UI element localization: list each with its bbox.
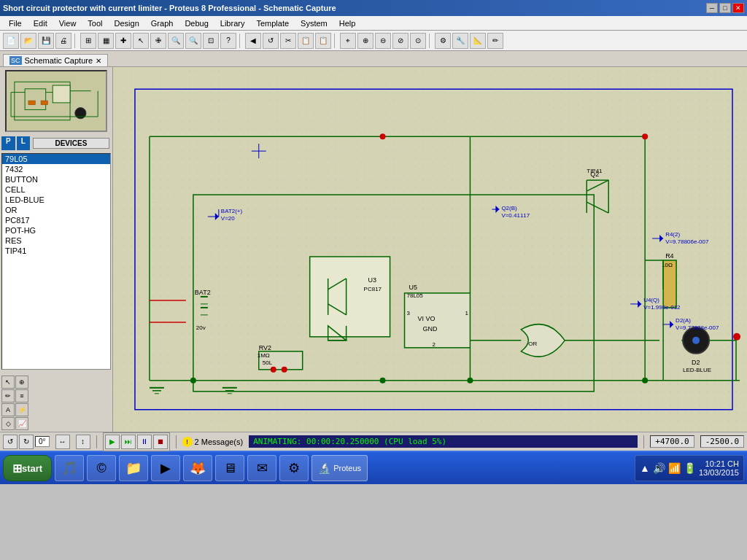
device-pc817[interactable]: PC817: [2, 215, 110, 225]
svg-point-84: [380, 133, 386, 139]
coord-y: -2500.0: [700, 435, 744, 448]
menu-design[interactable]: Design: [109, 18, 145, 29]
tool-graph[interactable]: 📈: [15, 417, 28, 430]
menu-system[interactable]: System: [295, 18, 333, 29]
animation-status: ANIMATING: 00:00:20.250000 (CPU load 5%): [249, 435, 638, 448]
tab-close-button[interactable]: ✕: [96, 57, 101, 65]
menu-debug[interactable]: Debug: [179, 18, 214, 29]
tb-zoom-in[interactable]: 🔍: [168, 33, 184, 49]
tb-open[interactable]: 📂: [20, 33, 36, 49]
device-or[interactable]: OR: [2, 205, 110, 215]
menu-file[interactable]: File: [3, 18, 28, 29]
tb-btn6[interactable]: ▦: [98, 33, 114, 49]
windows-logo-icon: ⊞: [12, 462, 22, 475]
tb-btn13[interactable]: ?: [220, 33, 236, 49]
taskbar-app-4[interactable]: ▶: [151, 455, 180, 481]
tb-save[interactable]: 💾: [38, 33, 54, 49]
tb-zoom-fit[interactable]: ⊡: [203, 33, 219, 49]
tb-btn17[interactable]: 📋: [298, 33, 314, 49]
tb-zoom-out[interactable]: 🔍: [185, 33, 201, 49]
network-icon: 📶: [668, 462, 681, 474]
menu-help[interactable]: Help: [333, 18, 362, 29]
tool-probe[interactable]: ⚡: [15, 403, 28, 416]
tb-btn15[interactable]: ↺: [263, 33, 279, 49]
svg-rect-12: [41, 101, 48, 105]
start-button[interactable]: ⊞ start: [3, 455, 52, 481]
taskbar-app-5[interactable]: 🦊: [183, 455, 212, 481]
tb-btn22[interactable]: ⊘: [392, 33, 409, 49]
devices-list[interactable]: 79L05 7432 BUTTON CELL LED-BLUE OR PC817…: [1, 153, 111, 370]
tool-label[interactable]: A: [1, 403, 15, 416]
svg-text:V=0.41117: V=0.41117: [501, 212, 530, 219]
step-button[interactable]: ⏭: [121, 435, 136, 449]
menu-template[interactable]: Template: [250, 18, 295, 29]
device-cell[interactable]: CELL: [2, 184, 110, 195]
tb-btn5[interactable]: ⊞: [80, 33, 96, 49]
minimize-button[interactable]: ─: [706, 3, 718, 13]
undo-button[interactable]: ↺: [3, 435, 18, 449]
maximize-button[interactable]: □: [719, 3, 731, 13]
tool-terminal[interactable]: ◇: [1, 417, 15, 430]
play-button[interactable]: ▶: [105, 435, 120, 449]
proteus-icon: 🔬: [318, 462, 330, 474]
tb-btn7[interactable]: ✚: [115, 33, 131, 49]
tool-bus[interactable]: ≡: [15, 389, 28, 402]
tb-btn25[interactable]: 🔧: [452, 33, 468, 49]
mode-p[interactable]: P: [1, 136, 15, 150]
tb-btn24[interactable]: ⚙: [435, 33, 451, 49]
menu-graph[interactable]: Graph: [145, 18, 179, 29]
taskbar-app-2[interactable]: ©: [87, 455, 116, 481]
tray-icon-1: ▲: [640, 462, 650, 474]
tb-sep4: [429, 34, 432, 48]
rotate-button[interactable]: ↕: [76, 435, 90, 449]
device-pot-hg[interactable]: POT-HG: [2, 225, 110, 236]
schematic-canvas[interactable]: U3 PC817 VI VO GND U5 78L05 3 1 2 OR Q2 …: [113, 67, 747, 432]
svg-point-86: [642, 378, 648, 384]
tb-btn21[interactable]: ⊖: [375, 33, 391, 49]
taskbar-app-7[interactable]: ✉: [247, 455, 276, 481]
title-bar: Short circuit protector with current lim…: [0, 0, 747, 16]
device-res[interactable]: RES: [2, 236, 110, 246]
stop-button[interactable]: ⏹: [153, 435, 168, 449]
taskbar-app-8[interactable]: ⚙: [279, 455, 309, 481]
device-button[interactable]: BUTTON: [2, 174, 110, 184]
taskbar-app-3[interactable]: 📁: [119, 455, 148, 481]
tb-btn14[interactable]: ◀: [245, 33, 261, 49]
menu-edit[interactable]: Edit: [28, 18, 53, 29]
tb-btn19[interactable]: ⌖: [340, 33, 356, 49]
menu-view[interactable]: View: [53, 18, 82, 29]
svg-text:20v: 20v: [196, 324, 206, 331]
mirror-button[interactable]: ↔: [55, 435, 70, 449]
tb-btn8[interactable]: ↖: [133, 33, 149, 49]
title-text: Short circuit protector with current lim…: [3, 4, 336, 12]
svg-rect-34: [405, 293, 471, 348]
tb-btn16[interactable]: ✂: [280, 33, 296, 49]
tb-btn23[interactable]: ⊙: [410, 33, 426, 49]
tb-btn18[interactable]: 📋: [315, 33, 331, 49]
tool-select[interactable]: ↖: [1, 376, 15, 389]
tool-component[interactable]: ⊕: [15, 376, 28, 389]
schematic-capture-tab[interactable]: SC Schematic Capture ✕: [3, 54, 108, 66]
redo-button[interactable]: ↻: [19, 435, 34, 449]
menu-tool[interactable]: Tool: [82, 18, 108, 29]
menu-library[interactable]: Library: [214, 18, 251, 29]
taskbar-app-6[interactable]: 🖥: [215, 455, 244, 481]
tb-new[interactable]: 📄: [3, 33, 19, 49]
tb-print[interactable]: 🖨: [55, 33, 71, 49]
device-7432[interactable]: 7432: [2, 164, 110, 174]
svg-text:U4(Q): U4(Q): [643, 297, 659, 303]
device-79l05[interactable]: 79L05: [2, 154, 110, 164]
taskbar-app-1[interactable]: 🎵: [55, 455, 84, 481]
proteus-taskbar-item[interactable]: 🔬 Proteus: [311, 455, 368, 481]
close-button[interactable]: ✕: [732, 3, 744, 13]
device-led-blue[interactable]: LED-BLUE: [2, 195, 110, 205]
pause-button[interactable]: ⏸: [137, 435, 152, 449]
tb-btn9[interactable]: ✙: [150, 33, 166, 49]
tb-btn20[interactable]: ⊕: [357, 33, 374, 49]
tb-btn26[interactable]: 📐: [470, 33, 486, 49]
device-tip41[interactable]: TIP41: [2, 246, 110, 256]
tb-btn27[interactable]: ✏: [487, 33, 503, 49]
mode-l[interactable]: L: [17, 136, 30, 150]
tool-wire[interactable]: ✏: [1, 389, 15, 402]
svg-text:R4: R4: [665, 252, 673, 260]
